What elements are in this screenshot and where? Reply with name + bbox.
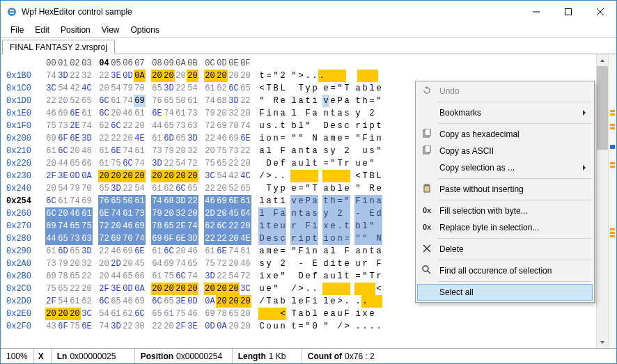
marker[interactable] [610,110,615,112]
ascii-byte[interactable] [343,207,350,220]
hex-byte[interactable]: 69 [134,95,146,107]
ascii-byte[interactable]: " [290,70,297,82]
ascii-byte[interactable]: e [297,295,304,308]
hex-byte[interactable]: 68 [216,95,228,107]
ascii-byte[interactable]: L [375,170,382,182]
hex-byte[interactable]: 75 [81,220,93,232]
ascii-byte[interactable]: " [304,182,311,195]
ctx-delete[interactable]: Delete [417,241,593,258]
hex-byte[interactable]: 73 [69,232,81,245]
ascii-byte[interactable] [290,270,297,283]
marker[interactable] [610,147,615,149]
ascii-byte[interactable]: T [265,82,272,95]
ascii-byte[interactable]: o [265,132,272,145]
hex-byte[interactable]: 65 [69,270,81,283]
ascii-byte[interactable]: . [318,70,325,82]
ascii-byte[interactable]: . [354,320,361,333]
ascii-byte[interactable]: . [304,283,311,295]
ascii-byte[interactable]: a [354,82,361,95]
hex-byte[interactable]: 61 [151,245,163,258]
ascii-byte[interactable]: . [354,295,361,308]
hex-byte[interactable]: 74 [98,320,110,333]
hex-byte[interactable]: 63 [81,232,93,245]
hex-byte[interactable]: 69 [134,295,146,308]
ascii-byte[interactable]: 0 [311,320,318,333]
ascii-byte[interactable]: n [336,232,343,245]
hex-byte[interactable]: 46 [216,132,228,145]
hex-byte[interactable]: 70 [228,120,240,132]
hex-byte[interactable]: 6D [163,132,175,145]
hex-byte[interactable]: 74 [187,270,198,283]
hex-byte[interactable]: 3D [187,232,198,245]
ascii-byte[interactable]: . [279,170,286,182]
ascii-byte[interactable] [290,170,297,182]
hex-byte[interactable]: 6E [110,145,122,157]
hex-byte[interactable]: 20 [240,295,251,308]
ascii-byte[interactable]: a [290,145,297,157]
hex-byte[interactable]: 3D [228,95,240,107]
hex-byte[interactable]: 20 [175,283,187,295]
hex-byte[interactable]: 54 [216,170,228,182]
ascii-byte[interactable] [297,107,304,120]
ascii-byte[interactable]: r [290,220,297,232]
hex-byte[interactable]: 79 [122,82,134,95]
hex-byte[interactable]: 6C [110,120,122,132]
ascii-byte[interactable]: i [279,195,286,207]
hex-byte[interactable]: 6C [45,207,57,220]
hex-byte[interactable]: 6E [134,245,146,258]
ascii-byte[interactable]: p [304,232,311,245]
ascii-byte[interactable]: 2 [279,70,286,82]
hex-byte[interactable]: 3E [57,170,69,182]
hex-byte[interactable]: 61 [98,157,110,170]
ascii-byte[interactable] [361,182,368,195]
ascii-byte[interactable]: 2 [279,258,286,270]
ascii-byte[interactable]: / [258,170,265,182]
menu-file[interactable]: File [5,24,29,36]
ascii-byte[interactable]: t [329,107,336,120]
ascii-byte[interactable]: > [297,70,304,82]
ascii-byte[interactable]: l [322,295,329,308]
hex-byte[interactable]: 61 [69,295,81,308]
hex-byte[interactable]: 61 [163,308,175,320]
hex-byte[interactable]: 3D [81,132,93,145]
ascii-byte[interactable]: / [336,320,343,333]
hex-byte[interactable]: 44 [151,120,163,132]
ascii-byte[interactable] [279,283,286,295]
ascii-byte[interactable]: t [304,145,311,157]
ascii-byte[interactable]: t [343,220,350,232]
ascii-byte[interactable]: s [343,107,350,120]
hex-byte[interactable]: 4E [240,232,251,245]
hex-byte[interactable]: 3D [81,245,93,258]
hex-byte[interactable]: 20 [163,207,175,220]
hex-byte[interactable]: 22 [81,270,93,283]
hex-byte[interactable]: 6C [134,308,146,320]
hex-byte[interactable]: 20 [216,207,228,220]
ascii-byte[interactable]: " [354,182,361,195]
ascii-byte[interactable]: n [279,320,286,333]
hex-byte[interactable]: 74 [175,258,187,270]
hex-byte[interactable]: 20 [228,283,240,295]
ascii-byte[interactable]: t [375,120,382,132]
hex-byte[interactable]: 65 [240,82,251,95]
hex-byte[interactable]: 6C [98,295,110,308]
hex-byte[interactable]: 20 [216,107,228,120]
ascii-byte[interactable] [336,170,343,182]
ascii-byte[interactable]: i [368,132,375,145]
ascii-byte[interactable]: u [354,258,361,270]
ascii-byte[interactable]: 2 [343,145,350,157]
tab-file[interactable]: FINAL FANTASY 2.vrsproj [2,40,115,54]
hex-byte[interactable]: 65 [57,232,69,245]
ascii-byte[interactable]: T [361,170,368,182]
hex-byte[interactable]: 50 [175,95,187,107]
hex-byte[interactable]: 52 [228,182,240,195]
ascii-byte[interactable]: s [311,207,318,220]
ascii-byte[interactable] [290,82,297,95]
hex-byte[interactable]: 20 [110,220,122,232]
hex-byte[interactable]: 46 [187,308,198,320]
hex-byte[interactable]: 3E [187,320,198,333]
hex-byte[interactable]: 61 [98,145,110,157]
hex-byte[interactable]: 0D [187,295,198,308]
hex-byte[interactable]: 65 [69,157,81,170]
ascii-byte[interactable]: D [297,270,304,283]
ascii-byte[interactable] [304,258,311,270]
